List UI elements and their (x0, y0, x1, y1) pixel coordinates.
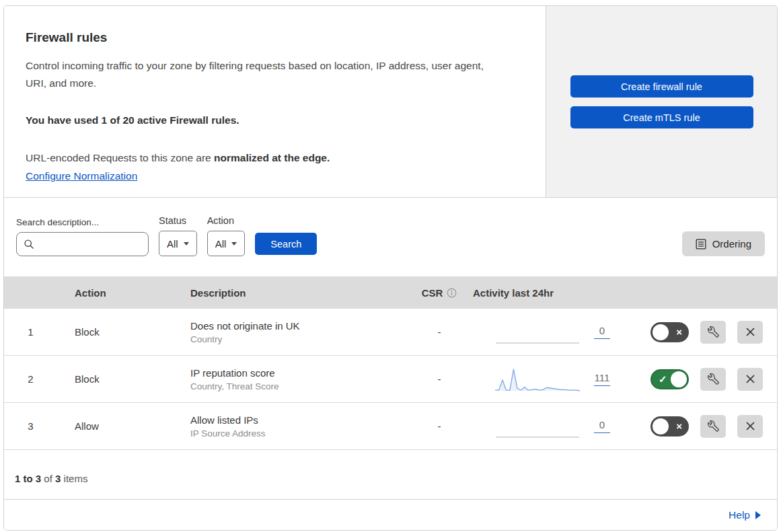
wrench-icon (708, 420, 719, 432)
close-icon (745, 327, 755, 337)
edit-rule-button[interactable] (700, 368, 726, 391)
status-select[interactable]: All (159, 231, 197, 256)
status-label: Status (159, 215, 197, 226)
rule-description-cell: Allow listed IPs IP Source Address (190, 414, 406, 439)
wrench-icon (708, 326, 719, 338)
status-filter-group: Status All (159, 215, 197, 256)
pagination-summary: 1 to 3 of 3 items (4, 450, 777, 499)
normalization-note: URL-encoded Requests to this zone are no… (26, 149, 505, 167)
rule-activity-cell: 111 (473, 366, 634, 393)
csr-header-label: CSR (422, 287, 443, 299)
chevron-down-icon (231, 242, 237, 245)
search-input-wrapper (16, 232, 149, 256)
toggle-knob (653, 324, 669, 340)
rule-description: IP reputation score (190, 367, 406, 379)
activity-sparkline (494, 366, 581, 393)
search-input[interactable] (38, 239, 141, 250)
action-select[interactable]: All (207, 231, 246, 256)
rule-controls: × (634, 415, 777, 438)
rule-csr-value: - (406, 420, 473, 432)
create-firewall-rule-button[interactable]: Create firewall rule (570, 75, 753, 98)
rule-enabled-toggle[interactable]: × (650, 322, 689, 342)
activity-count-link[interactable]: 111 (594, 372, 610, 386)
rule-priority: 3 (4, 420, 75, 432)
rule-controls: × (634, 321, 777, 344)
ordering-button[interactable]: Ordering (682, 231, 765, 256)
activity-count-link[interactable]: 0 (594, 419, 610, 433)
rule-action: Allow (75, 420, 190, 432)
search-icon (24, 239, 34, 250)
rule-enabled-toggle[interactable]: ✓ (650, 369, 689, 389)
wrench-icon (708, 373, 719, 385)
action-column-header: Action (75, 287, 190, 299)
info-icon[interactable] (447, 288, 457, 298)
toggle-knob (671, 371, 687, 387)
delete-rule-button[interactable] (737, 368, 763, 391)
search-button[interactable]: Search (255, 233, 317, 255)
action-label: Action (207, 215, 246, 226)
delete-rule-button[interactable] (737, 415, 763, 438)
rule-description: Does not originate in UK (190, 320, 406, 332)
rule-activity-cell: 0 (473, 319, 634, 346)
rule-fields: Country, Threat Score (190, 381, 406, 391)
items-range: 1 to 3 (15, 473, 41, 484)
table-header: Action Description CSR Activity last 24h… (4, 276, 777, 309)
usage-summary: You have used 1 of 20 active Firewall ru… (26, 112, 505, 129)
ordering-button-label: Ordering (712, 238, 751, 250)
search-group: Search description... (16, 217, 149, 256)
rule-priority: 1 (4, 326, 75, 338)
rule-fields: Country (190, 334, 406, 344)
activity-column-header: Activity last 24hr (473, 287, 634, 299)
delete-rule-button[interactable] (737, 321, 763, 344)
csr-column-header: CSR (406, 287, 473, 299)
close-icon (745, 374, 755, 384)
rule-csr-value: - (406, 373, 473, 385)
items-text: items (61, 473, 87, 484)
configure-normalization-link[interactable]: Configure Normalization (26, 170, 137, 182)
cta-panel: Create firewall rule Create mTLS rule (546, 6, 777, 197)
table-row: 1 Block Does not originate in UK Country… (4, 309, 777, 356)
rule-controls: ✓ (634, 368, 777, 391)
table-row: 2 Block IP reputation score Country, Thr… (4, 356, 777, 403)
rule-description: Allow listed IPs (190, 414, 406, 426)
table-row: 3 Allow Allow listed IPs IP Source Addre… (4, 403, 777, 450)
activity-sparkline (494, 413, 581, 440)
header-section: Firewall rules Control incoming traffic … (4, 6, 777, 198)
rule-description-cell: Does not originate in UK Country (190, 320, 406, 344)
edit-rule-button[interactable] (700, 415, 726, 438)
action-selected-value: All (215, 238, 227, 250)
status-selected-value: All (167, 238, 178, 250)
rule-enabled-toggle[interactable]: × (650, 416, 689, 436)
activity-sparkline (494, 319, 581, 346)
firewall-rules-card: Firewall rules Control incoming traffic … (3, 5, 778, 531)
activity-count-link[interactable]: 0 (594, 325, 610, 339)
close-icon (745, 421, 755, 431)
rule-action: Block (75, 326, 190, 338)
toggle-state-icon: × (676, 326, 682, 338)
toggle-state-icon: ✓ (659, 373, 667, 385)
items-total: 3 (55, 473, 61, 484)
intro-panel: Firewall rules Control incoming traffic … (4, 6, 546, 197)
description-column-header: Description (190, 287, 406, 299)
rule-activity-cell: 0 (473, 413, 634, 440)
help-link[interactable]: Help (729, 509, 750, 521)
edit-rule-button[interactable] (700, 321, 726, 344)
toggle-state-icon: × (676, 420, 682, 432)
chevron-down-icon (184, 242, 189, 245)
search-label: Search description... (16, 217, 149, 227)
normalization-bold: normalized at the edge. (214, 152, 330, 163)
ordering-list-icon (696, 239, 706, 250)
page-title: Firewall rules (26, 30, 505, 45)
caret-right-icon (755, 511, 761, 519)
rule-priority: 2 (4, 373, 75, 385)
rule-csr-value: - (406, 326, 473, 338)
create-mtls-rule-button[interactable]: Create mTLS rule (570, 106, 753, 128)
of-text: of (41, 473, 55, 484)
action-filter-group: Action All (207, 215, 246, 256)
rule-fields: IP Source Address (190, 428, 406, 439)
normalization-prefix: URL-encoded Requests to this zone are (26, 152, 214, 163)
rule-action: Block (75, 373, 190, 385)
help-bar: Help (4, 499, 777, 530)
intro-description: Control incoming traffic to your zone by… (26, 57, 505, 93)
filter-bar: Search description... Status All Action … (4, 198, 777, 276)
